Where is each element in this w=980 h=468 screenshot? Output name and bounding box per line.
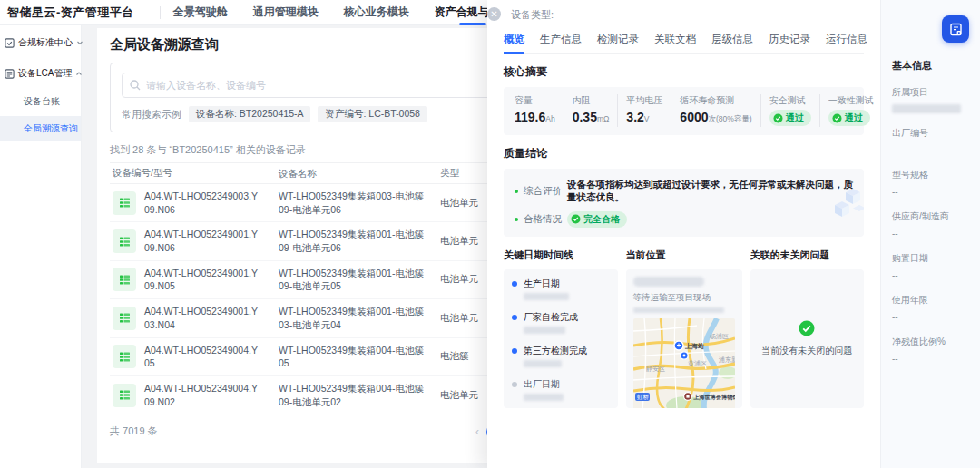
metric-consistency-test: 一致性测试 通过: [819, 94, 882, 127]
redacted-project-value: [892, 104, 961, 113]
location-card: 等待运输至项目现场: [626, 269, 742, 408]
no-issues-text: 当前没有未关闭的问题: [761, 345, 852, 357]
timeline-dot: [512, 315, 517, 320]
search-example-tag[interactable]: 资产编号: LC-BT-0058: [318, 106, 426, 122]
issues-card: 当前没有未关闭的问题: [750, 269, 865, 408]
check-circle-icon: [773, 113, 783, 123]
device-name: WT-LHO052349集装箱004-电池簇05: [279, 344, 440, 370]
timeline-event: 生产日期: [512, 278, 610, 312]
tab-hierarchy-info[interactable]: 层级信息: [711, 33, 753, 53]
quality-pass-line: 合格情况 完全合格: [514, 211, 853, 228]
device-code: A04.WT-LHO052349004.Y05: [144, 344, 258, 370]
redacted-date: [524, 394, 564, 401]
quality-conclusion-card: 综合评价 设备各项指标均达到或超过设计要求，无任何异常或未解决问题，质量状态优良…: [504, 169, 864, 237]
sidebar: 合规标准中心 设备LCA管理 设备台账 全局溯源查询: [0, 25, 82, 468]
document-form-icon: [949, 23, 963, 36]
device-name: WT-LHO052349集装箱001-电池簇03-电池单元04: [279, 305, 440, 331]
check-circle-icon: [832, 113, 842, 123]
basic-info-panel: 基本信息 所属项目 出厂编号 -- 型号规格 -- 供应商/制造商 -- 购置日…: [880, 0, 980, 468]
pagination-prev-icon[interactable]: ‹: [475, 425, 479, 438]
map-label-yangpu: 杨浦区: [709, 333, 729, 340]
device-name: WT-LHO052349集装箱001-电池簇09-电池单元05: [279, 267, 440, 293]
location-column: 当前位置 等待运输至项目现场: [626, 249, 742, 408]
sidebar-item-global-trace[interactable]: 全局溯源查询: [0, 116, 81, 141]
map-label-pudong: 浦东新区: [719, 356, 735, 364]
issues-title: 关联的未关闭问题: [750, 249, 865, 262]
redacted-date: [524, 360, 562, 367]
quality-conclusion-title: 质量结论: [504, 146, 864, 161]
device-type-label: 设备类型:: [504, 8, 864, 22]
battery-list-icon: [113, 229, 136, 253]
device-code: A04.WT-LHO052349001.Y09.N06: [144, 228, 258, 254]
battery-list-icon: [113, 268, 136, 291]
info-field-supplier: 供应商/制造商 --: [892, 210, 969, 239]
check-circle-icon: [571, 214, 581, 224]
location-map[interactable]: 杨浦区 静安区 黄浦区 浦东新区 上海站 虹桥 上海世博会博物馆: [633, 318, 735, 408]
timeline-event: 出厂日期: [512, 379, 610, 408]
map-label-station: 上海站: [684, 342, 704, 350]
tab-test-records[interactable]: 检测记录: [597, 33, 639, 53]
sidebar-group-compliance-center[interactable]: 合规标准中心: [0, 29, 81, 56]
nav-item-general[interactable]: 通用管理模块: [253, 0, 318, 24]
bullet-dot: [514, 190, 518, 193]
metric-safety-test: 安全测试 通过: [760, 94, 819, 127]
device-code: A04.WT-LHO052349001.Y09.N05: [144, 267, 258, 293]
timeline-title: 关键日期时间线: [504, 249, 618, 262]
info-field-service-life: 使用年限 --: [892, 294, 969, 322]
nav-item-dashboard[interactable]: 全景驾驶舱: [173, 0, 228, 24]
chevron-down-icon: [76, 39, 83, 46]
check-circle-icon: [799, 320, 815, 336]
sidebar-group-label: 设备LCA管理: [18, 67, 72, 80]
device-name: WT-LHO052349集装箱001-电池簇09-电池单元06: [279, 228, 440, 254]
device-name: WT-LHO052349集装箱004-电池簇09-电池单元02: [279, 382, 440, 408]
sidebar-item-device-ledger[interactable]: 设备台账: [0, 89, 81, 114]
map-label-jingan: 静安区: [646, 366, 665, 372]
info-field-factory-no: 出厂编号 --: [892, 127, 969, 155]
search-icon: [129, 79, 142, 92]
redacted-date: [524, 293, 569, 300]
tab-overview[interactable]: 概览: [504, 33, 524, 53]
redacted-location-name: [633, 277, 704, 287]
device-code: A04.WT-LHO052349003.Y09.N06: [144, 190, 258, 216]
app-title: 智储星云-资产管理平台: [0, 5, 134, 21]
chevron-up-icon: [75, 70, 83, 77]
timeline-dot: [512, 382, 517, 387]
tab-production-info[interactable]: 生产信息: [540, 33, 582, 53]
bullet-dot: [514, 218, 518, 221]
metric-capacity: 容量 119.6Ah: [513, 94, 564, 127]
redacted-location-detail: [633, 307, 724, 313]
close-icon[interactable]: ✕: [487, 7, 501, 21]
top-nav: 全景驾驶舱 通用管理模块 核心业务模块 资产合规与溯源: [173, 0, 511, 24]
asset-form-button[interactable]: [942, 15, 969, 43]
device-code: A04.WT-LHO052349004.Y09.N02: [144, 382, 258, 408]
timeline-dot: [512, 348, 517, 354]
sidebar-group-label: 合规标准中心: [18, 36, 73, 49]
location-title: 当前位置: [626, 249, 742, 262]
timeline-event: 第三方检测完成: [512, 346, 610, 379]
timeline-dot: [512, 281, 517, 287]
battery-list-icon: [113, 384, 136, 407]
sidebar-group-lca[interactable]: 设备LCA管理: [0, 60, 81, 87]
overview-columns: 关键日期时间线 生产日期 厂家自检完成 第三方检测完成 出厂日期: [504, 249, 864, 408]
compliance-icon: [5, 38, 15, 48]
device-name: WT-LHO052349集装箱003-电池簇09-电池单元06: [279, 190, 440, 216]
map-label-hongqiao: 虹桥: [637, 394, 650, 400]
battery-list-icon: [113, 307, 136, 330]
metric-cycle-life: 循环寿命预测 6000次(80%容量): [671, 94, 760, 127]
tab-operation-info[interactable]: 运行信息: [826, 33, 867, 53]
info-field-purchase-date: 购置日期 --: [892, 252, 969, 280]
col-header-name: 设备名称: [279, 167, 440, 180]
nav-item-core-business[interactable]: 核心业务模块: [344, 0, 409, 24]
tab-history[interactable]: 历史记录: [769, 33, 810, 53]
device-detail-drawer: ✕ 设备类型: 概览 生产信息 检测记录 关联文档 层级信息 历史记录 运行信息…: [487, 0, 880, 468]
pass-badge: 通过: [828, 110, 870, 126]
tab-related-docs[interactable]: 关联文档: [654, 33, 696, 53]
device-code: A04.WT-LHO052349001.Y03.N04: [144, 305, 258, 331]
core-summary-title: 核心摘要: [504, 64, 864, 80]
search-example-tag[interactable]: 设备名称: BT20250415-A: [189, 106, 310, 122]
col-header-code: 设备编号/型号: [110, 167, 279, 180]
timeline-card: 生产日期 厂家自检完成 第三方检测完成 出厂日期 安装日期: [504, 269, 618, 408]
timeline-event: 厂家自检完成: [512, 312, 610, 346]
map-label-museum: 上海世博会博物馆: [693, 394, 735, 401]
quality-eval-line: 综合评价 设备各项指标均达到或超过设计要求，无任何异常或未解决问题，质量状态优良…: [514, 179, 853, 204]
